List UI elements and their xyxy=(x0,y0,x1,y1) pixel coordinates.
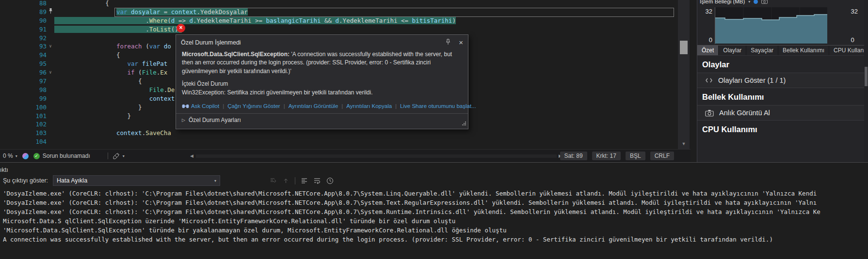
y-axis-min: 0 xyxy=(709,36,712,44)
chart-header: İşlem Belleği (MB) ▾ xyxy=(697,0,868,6)
issues-indicator[interactable]: ✓ Sorun bulunamadı xyxy=(33,152,90,159)
line-number[interactable]: 101 xyxy=(0,112,47,121)
diagnostics-tab[interactable]: Olaylar xyxy=(719,46,746,55)
y-axis-max: 32 xyxy=(706,8,712,15)
status-spaces-mode[interactable]: BŞL xyxy=(626,152,645,160)
code-line[interactable]: 91 .ToList(); xyxy=(0,25,678,34)
chevron-down-icon: ▾ xyxy=(16,154,17,158)
diagnostics-tab[interactable]: Özet xyxy=(697,46,719,55)
exception-action-link[interactable]: Ayrıntıları Görüntüle xyxy=(289,103,338,109)
memory-chart: 32 0 32 0 xyxy=(697,6,868,45)
link-separator: | xyxy=(341,103,343,109)
fold-gutter xyxy=(47,51,54,60)
document-health-icon[interactable] xyxy=(22,153,29,159)
chevron-down-icon: ▾ xyxy=(123,154,125,158)
code-cleanup-button[interactable]: ▾ xyxy=(113,152,125,159)
line-number[interactable]: 98 xyxy=(0,86,47,94)
zoom-control[interactable]: 0 % ▾ xyxy=(3,152,17,159)
line-number[interactable]: 94 xyxy=(0,51,47,60)
exception-settings-expander[interactable]: ▷ Özel Durum Ayarları xyxy=(176,114,468,126)
pin-icon[interactable] xyxy=(445,39,451,46)
close-icon[interactable]: × xyxy=(459,40,463,46)
line-number[interactable]: 91 xyxy=(0,25,47,34)
chart-title: İşlem Belleği (MB) xyxy=(700,0,745,4)
code-line-text: { xyxy=(54,0,678,8)
show-output-label: Şu çıktıyı göster: xyxy=(3,177,48,184)
scroll-left-icon[interactable]: ◀ xyxy=(190,153,193,158)
status-column[interactable]: Krkt: 17 xyxy=(592,152,621,160)
show-events-button[interactable]: Olayları Göster (1 / 1) xyxy=(697,73,868,88)
resize-grip-icon[interactable] xyxy=(462,121,466,127)
code-line[interactable]: 88 { xyxy=(0,0,678,8)
editor-vertical-scrollbar[interactable]: ▼ xyxy=(678,0,690,149)
exception-helper-popup: × Özel Durum İşlenmedi × Microsoft.Data.… xyxy=(176,34,468,129)
camera-icon[interactable] xyxy=(761,0,768,4)
exception-action-link[interactable]: Ayrıntıları Kopyala xyxy=(346,103,392,109)
output-line: Microsoft.Data.S qlClient.SqlException ü… xyxy=(3,216,868,226)
code-line[interactable]: 89 var dosyalar = context.YedekDosyalar xyxy=(0,8,678,16)
fold-gutter xyxy=(47,112,54,121)
exception-action-link[interactable]: Ask Copilot xyxy=(182,103,219,109)
diagnostics-tab[interactable]: CPU Kullanımı xyxy=(829,46,868,55)
line-number[interactable]: 102 xyxy=(0,120,47,129)
scrollbar-thumb[interactable] xyxy=(865,67,868,86)
code-line[interactable]: 104 xyxy=(0,137,678,146)
diagnostic-tools-panel: İşlem Belleği (MB) ▾ 32 0 32 0 ÖzetOlayl… xyxy=(697,0,868,162)
output-source-dropdown[interactable]: Hata Ayıkla ▾ xyxy=(53,175,220,186)
expander-triangle-icon: ▷ xyxy=(182,118,185,122)
exception-action-link[interactable]: Çağrı Yığınını Göster xyxy=(227,103,280,109)
copilot-icon xyxy=(182,104,189,109)
cpu-heading: CPU Kullanımı xyxy=(697,121,868,137)
fold-gutter xyxy=(47,25,54,34)
diagnostics-tabs: ÖzetOlaylarSayaçlarBellek KullanımıCPU K… xyxy=(697,45,868,56)
output-text-area[interactable]: 'DosyaIzleme.exe' (CoreCLR: clrhost): 'C… xyxy=(3,189,868,259)
scrollbar-thumb[interactable] xyxy=(680,41,688,54)
line-number[interactable]: 99 xyxy=(0,94,47,103)
line-number[interactable]: 89 xyxy=(0,8,47,16)
chevron-down-icon[interactable]: ▾ xyxy=(748,0,750,4)
exception-body: Microsoft.Data.SqlClient.SqlException: '… xyxy=(176,47,468,109)
line-number[interactable]: 97 xyxy=(0,77,47,86)
fold-chevron-icon[interactable]: ∨ xyxy=(47,42,54,51)
code-line[interactable]: 90 .Where(d => d.YedeklemeTarihi >= basl… xyxy=(0,16,678,25)
code-line[interactable]: 103 context.SaveCha xyxy=(0,129,678,137)
line-number[interactable]: 100 xyxy=(0,103,47,112)
status-line-ending[interactable]: CRLF xyxy=(650,152,674,160)
line-number[interactable]: 103 xyxy=(0,129,47,137)
check-icon: ✓ xyxy=(33,153,40,159)
line-number[interactable]: 92 xyxy=(0,34,47,43)
info-icon[interactable] xyxy=(754,0,758,4)
word-wrap-icon[interactable] xyxy=(313,177,321,184)
take-snapshot-button[interactable]: Anlık Görüntü Al xyxy=(697,105,868,121)
fold-gutter xyxy=(47,120,54,129)
line-number[interactable]: 96 xyxy=(0,68,47,77)
output-window-title: Çıktı xyxy=(0,167,8,173)
fold-gutter xyxy=(47,129,54,137)
previous-message-icon xyxy=(282,177,289,184)
diagnostics-tab[interactable]: Bellek Kullanımı xyxy=(778,46,829,55)
diagnostics-tab[interactable]: Sayaçlar xyxy=(746,46,778,55)
fold-gutter xyxy=(47,137,54,146)
fold-chevron-icon[interactable]: ∨ xyxy=(47,68,54,77)
panel-scrollbar[interactable] xyxy=(864,0,868,162)
events-heading: Olaylar xyxy=(697,56,868,73)
line-number[interactable]: 90 xyxy=(0,16,47,25)
line-number[interactable]: 88 xyxy=(0,0,47,8)
horizontal-scrollbar[interactable] xyxy=(196,154,557,158)
clear-all-icon[interactable] xyxy=(301,177,308,184)
line-number[interactable]: 95 xyxy=(0,60,47,68)
scroll-down-icon[interactable]: ▼ xyxy=(678,141,690,146)
fold-gutter xyxy=(47,94,54,103)
line-number[interactable]: 104 xyxy=(0,137,47,146)
link-separator: | xyxy=(395,103,397,109)
line-number[interactable]: 93 xyxy=(0,42,47,51)
timestamp-clock-icon[interactable] xyxy=(326,177,334,184)
exception-action-link[interactable]: Live Share oturumunu başlat... xyxy=(400,103,476,109)
take-snapshot-label: Anlık Görüntü Al xyxy=(719,109,770,117)
memory-heading: Bellek Kullanımı xyxy=(697,88,868,105)
fold-gutter xyxy=(47,103,54,112)
code-line-text: var dosyalar = context.YedekDosyalar xyxy=(54,8,678,16)
code-line-text: .ToList(); xyxy=(54,25,678,34)
status-line-number[interactable]: Sat: 89 xyxy=(560,152,587,160)
broom-icon xyxy=(113,152,120,159)
